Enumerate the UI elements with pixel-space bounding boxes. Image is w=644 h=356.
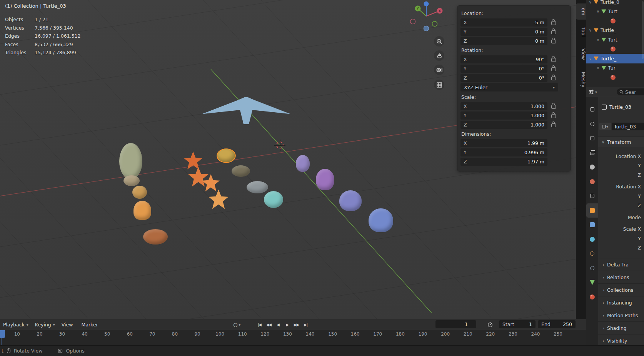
property-tab[interactable] bbox=[586, 160, 598, 175]
property-tab[interactable] bbox=[586, 232, 598, 247]
scale-field[interactable]: Z 1.000 bbox=[460, 121, 547, 129]
navigation-gizmo[interactable]: X Y bbox=[409, 0, 444, 32]
scene-creature[interactable] bbox=[143, 229, 168, 245]
expand-chevron-icon[interactable]: ∨ bbox=[596, 9, 601, 13]
rotation-field[interactable]: Y 0° bbox=[460, 65, 547, 73]
property-tab[interactable] bbox=[586, 203, 598, 218]
scene-creature[interactable] bbox=[217, 149, 235, 162]
playback-button[interactable]: ▶| bbox=[302, 321, 310, 328]
outliner-row[interactable]: ∨ Turt bbox=[586, 7, 644, 17]
outliner-row[interactable]: ∨ Turtle_0 bbox=[586, 0, 644, 7]
transform-panel-header[interactable]: ∨ Transform bbox=[598, 136, 644, 147]
property-tab[interactable] bbox=[586, 146, 598, 160]
rotation-mode-dropdown[interactable]: XYZ Euler ▾ bbox=[460, 83, 558, 91]
lock-icon[interactable] bbox=[551, 21, 556, 25]
expand-chevron-icon[interactable]: ∨ bbox=[588, 0, 593, 4]
scene-creature[interactable] bbox=[369, 208, 393, 232]
outliner-row[interactable]: ∨ Tur bbox=[586, 63, 644, 73]
sidebar-tab[interactable]: em bbox=[576, 3, 586, 20]
property-tab[interactable] bbox=[586, 117, 598, 131]
toggle-projection-button[interactable] bbox=[434, 80, 444, 90]
sidebar-tab[interactable]: View bbox=[576, 44, 586, 64]
outliner-row[interactable] bbox=[586, 73, 644, 82]
property-tab[interactable] bbox=[586, 275, 598, 290]
playback-button[interactable]: ▶▶ bbox=[292, 321, 300, 328]
property-tab[interactable] bbox=[586, 261, 598, 276]
property-tab[interactable] bbox=[586, 102, 598, 117]
rotation-field[interactable]: Z 0° bbox=[460, 74, 547, 82]
collapsed-section-header[interactable]: › Instancing bbox=[598, 296, 644, 309]
timeline-menu[interactable]: View bbox=[62, 322, 75, 328]
scene-creature[interactable] bbox=[232, 165, 250, 177]
frame-start-field[interactable]: Start 1 bbox=[499, 320, 536, 328]
collapsed-section-header[interactable]: › Delta Tra bbox=[598, 258, 644, 271]
playhead[interactable] bbox=[0, 330, 5, 338]
scene-creature[interactable] bbox=[296, 155, 310, 172]
location-field[interactable]: Y 0 m bbox=[460, 28, 547, 36]
current-frame-field[interactable]: 1 bbox=[435, 320, 476, 328]
timeline-menu[interactable]: Keying ▾ bbox=[35, 322, 55, 328]
expand-chevron-icon[interactable]: ∨ bbox=[596, 38, 601, 42]
collapsed-section-header[interactable]: › Visibility bbox=[598, 334, 644, 345]
lock-icon[interactable] bbox=[551, 58, 556, 62]
camera-view-button[interactable] bbox=[434, 65, 444, 75]
property-tab[interactable] bbox=[586, 189, 598, 203]
scene-creature[interactable] bbox=[132, 186, 147, 199]
3d-viewport[interactable]: (1) Collection | Turtle_03 Objects 1 / 2… bbox=[0, 0, 576, 319]
dimensions-field[interactable]: Y 0.996 m bbox=[460, 148, 547, 156]
scene-creature[interactable] bbox=[123, 175, 140, 186]
frame-end-field[interactable]: End 250 bbox=[538, 320, 576, 328]
scale-field[interactable]: X 1.000 bbox=[460, 102, 547, 110]
outliner-row[interactable] bbox=[586, 16, 644, 26]
sidebar-tab[interactable]: Tool bbox=[576, 23, 586, 41]
editor-type-selector[interactable]: ▾ bbox=[589, 89, 597, 95]
property-tab[interactable] bbox=[586, 246, 598, 261]
expand-chevron-icon[interactable]: ∨ bbox=[596, 66, 601, 70]
collapsed-section-header[interactable]: › Shading bbox=[598, 321, 644, 334]
browse-object-button[interactable]: ▾ bbox=[599, 123, 611, 130]
location-field[interactable]: Z 0 m bbox=[460, 37, 547, 45]
outliner-row[interactable]: ∨ Turt bbox=[586, 35, 644, 45]
scale-field[interactable]: Y 1.000 bbox=[460, 111, 547, 120]
property-tab[interactable] bbox=[586, 175, 598, 189]
playback-button[interactable]: |◀ bbox=[255, 321, 264, 328]
property-tab[interactable] bbox=[586, 290, 598, 304]
sidebar-tab[interactable]: Meshy bbox=[576, 68, 586, 91]
expand-chevron-icon[interactable]: ∨ bbox=[588, 57, 593, 61]
rotation-field[interactable]: X 90° bbox=[460, 55, 547, 63]
auto-keying-toggle[interactable]: ○ ▾ bbox=[233, 319, 240, 330]
dimensions-field[interactable]: Z 1.97 m bbox=[460, 158, 547, 166]
timeline-menu[interactable]: Marker bbox=[82, 322, 100, 328]
lock-icon[interactable] bbox=[551, 67, 556, 71]
outliner-scrollbar[interactable] bbox=[642, 1, 644, 59]
collapsed-section-header[interactable]: › Motion Paths bbox=[598, 309, 644, 321]
properties-search-field[interactable]: Sear bbox=[617, 88, 644, 95]
playback-button[interactable]: ▶ bbox=[283, 321, 291, 328]
collapsed-section-header[interactable]: › Collections bbox=[598, 283, 644, 296]
playback-button[interactable]: ◀ bbox=[274, 321, 282, 328]
outliner-row[interactable]: ∨ Turtle_ bbox=[586, 54, 644, 63]
outliner-row[interactable] bbox=[586, 45, 644, 54]
playback-button[interactable]: ◀◀ bbox=[265, 321, 273, 328]
timeline-menu[interactable]: Playback ▾ bbox=[3, 322, 28, 328]
lock-icon[interactable] bbox=[551, 123, 556, 127]
lock-icon[interactable] bbox=[551, 40, 556, 43]
lock-icon[interactable] bbox=[551, 30, 556, 34]
location-field[interactable]: X -5 m bbox=[460, 18, 547, 27]
zoom-button[interactable] bbox=[434, 36, 444, 47]
scene-creature[interactable] bbox=[316, 169, 334, 190]
scene-creature[interactable] bbox=[247, 181, 268, 193]
property-tab[interactable] bbox=[586, 131, 598, 146]
scene-creature[interactable] bbox=[264, 191, 283, 208]
scene-creature[interactable] bbox=[339, 190, 362, 211]
timeline-ruler[interactable]: 10 20 30 40 50 60 70 80 90 10 bbox=[0, 330, 586, 345]
outliner-row[interactable]: ∨ Turtle_ bbox=[586, 26, 644, 35]
lock-icon[interactable] bbox=[551, 114, 556, 118]
lock-icon[interactable] bbox=[551, 105, 556, 109]
expand-chevron-icon[interactable]: ∨ bbox=[588, 28, 593, 32]
move-view-button[interactable] bbox=[434, 50, 444, 61]
object-name-field[interactable]: Turtle_03 bbox=[612, 123, 644, 130]
lock-icon[interactable] bbox=[551, 77, 556, 80]
property-tab[interactable] bbox=[586, 218, 598, 232]
collapsed-section-header[interactable]: › Relations bbox=[598, 271, 644, 283]
